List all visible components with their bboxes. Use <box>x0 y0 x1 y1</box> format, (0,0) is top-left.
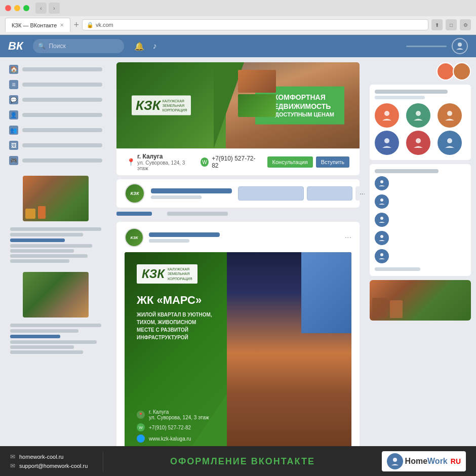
lock-icon: 🔒 <box>87 22 94 28</box>
banner-info-bar: 📍 г. Калуга ул. Суворова, 124, 3 этаж W … <box>116 148 360 175</box>
link-item-5[interactable] <box>375 249 466 263</box>
link-item-3[interactable] <box>375 213 466 227</box>
links-title-area <box>375 169 466 173</box>
avatar-person-icon <box>411 108 425 123</box>
subscribe-button[interactable] <box>238 186 304 201</box>
member-6[interactable] <box>438 131 462 155</box>
logo-line2: ЗЕМЕЛЬНАЯ <box>163 103 187 107</box>
post-logo-kzk: КЗК <box>142 267 165 281</box>
link-item-4[interactable] <box>375 231 466 245</box>
sidebar-nav: 🏠 ≡ 💬 👤 👥 <box>0 62 111 168</box>
post-img-left: КЗК КАЛУЖСКАЯ ЗЕМЕЛЬНАЯ КОРПОРАЦИЯ <box>125 252 227 446</box>
sidebar-text-lines-2 <box>5 322 106 340</box>
vk-badge-icon <box>378 197 386 206</box>
music-icon[interactable]: ♪ <box>152 42 156 51</box>
member-5[interactable] <box>406 131 430 155</box>
footer-email-2: ✉ support@homework-cool.ru <box>10 462 88 469</box>
share-button[interactable]: ⬆ <box>431 19 443 30</box>
post-subtitle: ЖИЛОЙ КВАРТАЛ В УЮТНОМ, ТИХОМ, ЖИВОПИСНО… <box>137 311 215 341</box>
sidebar-item-friends[interactable]: 👤 <box>5 108 106 122</box>
sidebar-item-groups[interactable]: 👥 <box>5 123 106 137</box>
vk-badge-icon <box>455 42 464 51</box>
consult-button[interactable]: Консультация <box>267 156 313 168</box>
link-icon-3 <box>375 213 389 227</box>
maximize-button[interactable] <box>23 5 29 11</box>
link-icon-1 <box>375 176 389 190</box>
join-button[interactable]: Вступить <box>316 156 349 168</box>
vk-badge-icon <box>378 252 386 260</box>
location-city: г. Калуга <box>137 153 190 160</box>
tab-indicator <box>116 212 152 216</box>
link-text-5 <box>393 256 466 257</box>
post-img-right <box>227 252 351 446</box>
svg-point-8 <box>380 199 383 202</box>
search-placeholder: Поиск <box>49 43 65 50</box>
avatar-person-icon <box>443 108 457 123</box>
message-button[interactable] <box>307 186 352 201</box>
footer-divider <box>103 451 103 471</box>
sidebar-item-home[interactable]: 🏠 <box>5 62 106 76</box>
left-sidebar: 🏠 ≡ 💬 👤 👥 <box>0 57 111 446</box>
sidebar-item-messages[interactable]: 💬 <box>5 93 106 107</box>
more-options-button[interactable]: ··· <box>355 186 365 201</box>
green-triangle-overlay <box>186 394 227 446</box>
banner-logo-area: КЗК КАЛУЖСКАЯ ЗЕМЕЛЬНАЯ КОРПОРАЦИЯ <box>132 96 191 115</box>
avatar-person-icon <box>380 108 394 123</box>
location-icon: 📍 <box>127 158 135 166</box>
banner-buttons: Консультация Вступить <box>267 156 349 168</box>
sidebar-item-feed[interactable]: ≡ <box>5 77 106 92</box>
browser-titlebar: ‹ › <box>0 0 476 16</box>
link-item-1[interactable] <box>375 176 466 190</box>
link-text-4 <box>393 237 466 239</box>
link-item-2[interactable] <box>375 194 466 209</box>
group-avatar: КЗК <box>125 183 145 204</box>
hw-home-text: Home <box>405 457 427 465</box>
post-logo-line1: КАЛУЖСКАЯ <box>168 267 192 271</box>
sidebar-item-photos[interactable]: 🖼 <box>5 138 106 152</box>
sidebar-thumbnail-1[interactable] <box>23 176 89 221</box>
minimize-button[interactable] <box>14 5 20 11</box>
user-avatar-header[interactable] <box>452 38 468 54</box>
tab-label-2 <box>167 212 228 216</box>
group-banner: КЗК КАЛУЖСКАЯ ЗЕМЕЛЬНАЯ КОРПОРАЦИЯ КОМ <box>116 62 360 175</box>
bookmark-button[interactable]: □ <box>446 19 457 30</box>
footer-logo[interactable]: HomeWork RU <box>382 451 466 471</box>
sidebar-text-lines-1 <box>5 225 106 244</box>
banner-logo: КЗК КАЛУЖСКАЯ ЗЕМЕЛЬНАЯ КОРПОРАЦИЯ <box>132 96 191 115</box>
footer-brand-text: HomeWork <box>405 457 448 466</box>
back-button[interactable]: ‹ <box>35 3 47 14</box>
member-3[interactable] <box>438 103 462 128</box>
post-website: www.kzk-kaluga.ru <box>149 436 191 442</box>
forward-button[interactable]: › <box>49 3 60 14</box>
location-icon: 📍 <box>137 411 145 419</box>
member-2[interactable] <box>406 103 430 128</box>
new-tab-button[interactable]: + <box>73 20 79 30</box>
link-icon-4 <box>375 231 389 245</box>
logo-line1: КАЛУЖСКАЯ <box>163 98 187 103</box>
notifications-icon[interactable]: 🔔 <box>134 42 144 51</box>
post-meta <box>149 232 340 243</box>
post-title: ЖК «МАРС» <box>137 294 215 307</box>
close-button[interactable] <box>5 5 11 11</box>
extensions-button[interactable]: ⚙ <box>460 19 471 30</box>
banner-image: КЗК КАЛУЖСКАЯ ЗЕМЕЛЬНАЯ КОРПОРАЦИЯ КОМ <box>116 62 360 148</box>
tab-close-icon[interactable]: ✕ <box>60 22 64 28</box>
url-bar[interactable]: 🔒 vk.com <box>82 19 428 30</box>
browser-toolbar: КЗК — ВКонтакте ✕ + 🔒 vk.com ⬆ □ ⚙ <box>0 16 476 34</box>
slogan-text: ОФОРМЛЕНИЕ ВКОНТАКТЕ <box>170 456 315 466</box>
search-bar[interactable]: 🔍 Поиск <box>33 39 124 53</box>
post-more-button[interactable]: ··· <box>345 233 351 242</box>
right-avatar-2 <box>453 62 471 81</box>
member-1[interactable] <box>375 103 399 128</box>
sidebar-item-games[interactable]: 🎮 <box>5 153 106 168</box>
browser-tab[interactable]: КЗК — ВКонтакте ✕ <box>5 18 70 32</box>
post-avatar[interactable]: КЗК <box>125 228 144 247</box>
vk-content: 🏠 ≡ 💬 👤 👥 <box>0 57 476 446</box>
link-icon-5 <box>375 249 389 263</box>
vk-logo[interactable]: ВК <box>8 39 23 53</box>
member-4[interactable] <box>375 131 399 155</box>
sidebar-thumbnail-2[interactable] <box>23 272 89 318</box>
envelope-icon: ✉ <box>10 453 15 460</box>
banner-mini-photos <box>238 70 276 117</box>
members-count-bar <box>375 96 425 99</box>
